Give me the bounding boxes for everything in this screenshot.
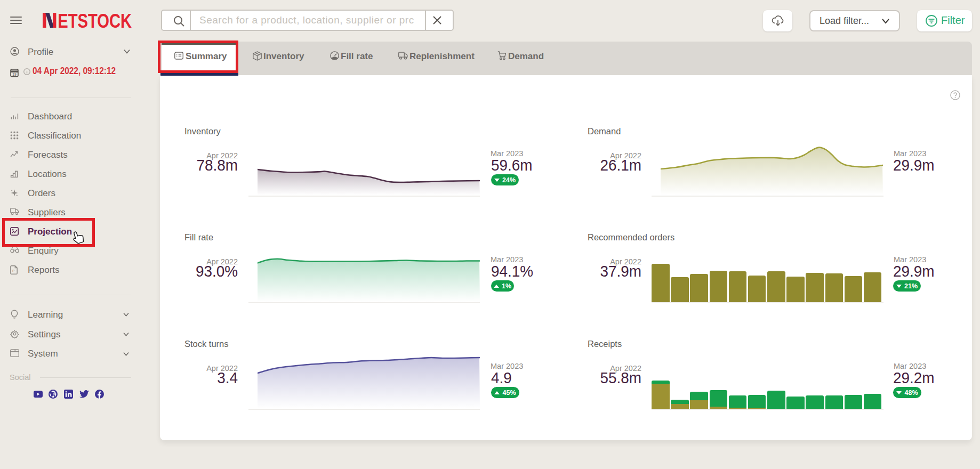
svg-text:P: P: [12, 269, 14, 272]
svg-text:ETSTOCK: ETSTOCK: [58, 12, 132, 29]
svg-text:19: 19: [12, 72, 17, 76]
